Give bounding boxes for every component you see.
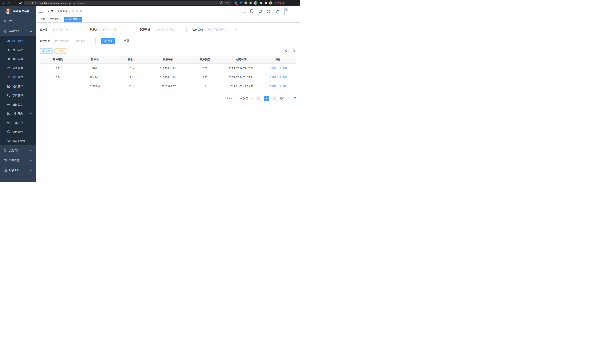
export-button[interactable]: 导出: [54, 48, 67, 54]
browser-back-icon[interactable]: [1, 0, 6, 5]
cell-contact: 秃头: [113, 73, 150, 82]
url-text[interactable]: dashboard.yudao.iocoder.cn/system/tenant: [40, 2, 86, 4]
goto-page-input[interactable]: [286, 96, 292, 101]
browser-menu-kebab-icon[interactable]: [284, 0, 289, 5]
toggle-search-button[interactable]: [284, 48, 289, 54]
not-secure-label[interactable]: 不安全: [29, 1, 36, 5]
sidebar-item-online-users[interactable]: 在线用户: [0, 118, 36, 127]
search-button[interactable]: 搜索: [101, 38, 115, 44]
add-button[interactable]: 新增: [40, 48, 53, 54]
refresh-table-button[interactable]: [291, 48, 296, 54]
sidebar-item-label: 支付管理: [9, 149, 19, 152]
avatar-broken-image[interactable]: [284, 7, 292, 15]
sidebar-item-errcode[interactable]: 错误码管理: [0, 136, 36, 145]
mobile-input[interactable]: [153, 27, 187, 33]
extensions-puzzle-icon[interactable]: [264, 1, 268, 5]
sidebar-item-notice[interactable]: 通知公告: [0, 100, 36, 109]
reset-button[interactable]: 重置: [118, 38, 132, 44]
sidebar-logo-row[interactable]: 芋道管理系统: [0, 6, 36, 16]
sidebar-item-role[interactable]: 角色管理: [0, 55, 36, 64]
share-icon[interactable]: [219, 0, 224, 5]
sidebar-item-pay[interactable]: 支付管理: [0, 145, 36, 156]
cell-status: 关闭: [187, 64, 223, 73]
sidebar-item-user[interactable]: 用户管理: [0, 46, 36, 55]
edit-link[interactable]: 修改: [269, 84, 276, 88]
create-time-range-picker[interactable]: 开始日期 - 结束日期: [53, 38, 95, 44]
breadcrumb-home[interactable]: 首页: [48, 9, 53, 13]
cell-tenant-id: 107: [40, 73, 76, 82]
sidebar-item-menu[interactable]: 菜单管理: [0, 64, 36, 73]
sidebar-item-dict[interactable]: 字典管理: [0, 91, 36, 100]
sidebar-item-audit-log[interactable]: 审计日志: [0, 109, 36, 118]
tenant-name-input[interactable]: [51, 27, 84, 33]
extension-command-icon[interactable]: ⌘: [244, 1, 247, 5]
create-time-label: 创建时间: [40, 39, 50, 42]
next-page-button[interactable]: [272, 96, 277, 101]
edit-link[interactable]: 修改: [269, 66, 276, 70]
browser-update-button[interactable]: 更新: [275, 1, 284, 5]
extension-tabs-icon[interactable]: 10: [234, 1, 237, 5]
filter-row-1: 租户名 联系人 联系手机 租户状态 请选择租户状态: [40, 27, 296, 33]
sidebar-item-label: 在线用户: [12, 121, 23, 124]
tag-tenant-active[interactable]: 租户管理 ✕: [64, 17, 82, 22]
extension-v-icon[interactable]: V: [254, 1, 258, 5]
cell-actions: 修改删除: [260, 64, 296, 73]
sidebar: 芋道管理系统 首页 系统管理: [0, 6, 36, 182]
start-date-placeholder[interactable]: 开始日期: [59, 39, 69, 42]
app-title: 芋道管理系统: [13, 9, 30, 13]
delete-link[interactable]: 删除: [279, 84, 287, 88]
edit-link[interactable]: 修改: [269, 75, 276, 79]
prev-page-button[interactable]: [256, 96, 262, 101]
address-bar[interactable]: 不安全 dashboard.yudao.iocoder.cn/system/te…: [24, 1, 232, 5]
font-size-icon[interactable]: TT: [275, 9, 279, 13]
breadcrumb-system[interactable]: 系统管理: [57, 9, 67, 13]
calendar-icon: [55, 39, 58, 42]
close-icon[interactable]: ✕: [78, 18, 80, 21]
sidebar-item-dept[interactable]: 部门管理: [0, 73, 36, 82]
search-icon[interactable]: [241, 9, 245, 13]
tag-home[interactable]: 首页: [39, 17, 47, 22]
user-icon: [7, 48, 10, 52]
sidebar-item-devtools[interactable]: 研发工具: [0, 166, 36, 176]
sidebar-item-sms[interactable]: 短信管理: [0, 127, 36, 136]
browser-forward-icon[interactable]: [7, 0, 12, 5]
fullscreen-icon[interactable]: [267, 9, 271, 13]
end-date-placeholder[interactable]: 结束日期: [75, 39, 85, 42]
sidebar-item-post[interactable]: 岗位管理: [0, 82, 36, 91]
help-icon[interactable]: ?: [258, 9, 262, 13]
github-icon[interactable]: [250, 9, 253, 13]
cell-status: 开启: [187, 82, 223, 91]
col-tenant-id: 租户编号: [40, 56, 76, 64]
status-select[interactable]: 请选择租户状态: [206, 27, 239, 33]
tag-dept[interactable]: 部门管理 ✕: [48, 17, 63, 22]
profile-avatar-icon[interactable]: [269, 1, 272, 5]
bookmark-star-icon[interactable]: [225, 0, 230, 5]
not-secure-warning-icon[interactable]: [26, 2, 28, 4]
contact-input[interactable]: [101, 27, 134, 33]
dashboard-icon: [4, 20, 7, 23]
extension-dot-icon[interactable]: [249, 1, 253, 5]
sidebar-item-home[interactable]: 首页: [0, 16, 36, 26]
sidebar-item-infra[interactable]: 基础设施: [0, 156, 36, 166]
extension-grammar-icon[interactable]: [259, 1, 262, 5]
avatar-caret-down-icon[interactable]: [294, 10, 296, 12]
delete-link[interactable]: 删除: [279, 75, 287, 79]
chevron-down-icon: [30, 149, 32, 152]
browser-reload-icon[interactable]: [13, 0, 18, 5]
user-avatar-wrap[interactable]: [284, 7, 296, 15]
col-actions: 操作: [260, 56, 296, 64]
date-separator: -: [71, 39, 74, 42]
browser-home-icon[interactable]: [18, 0, 23, 5]
table-row: 1 芋道源码 芋艿 17321315478 开启 2021-01-05 17:0…: [40, 82, 296, 91]
sidebar-item-system[interactable]: 系统管理: [0, 26, 36, 36]
extension-kite-icon[interactable]: [239, 1, 243, 5]
sidebar-item-tenant[interactable]: 租户管理: [0, 36, 36, 46]
delete-link[interactable]: 删除: [279, 66, 287, 70]
close-icon[interactable]: ✕: [60, 18, 61, 21]
cell-contact: 测试: [113, 64, 150, 73]
status-label: 租户状态: [192, 28, 203, 31]
current-page[interactable]: 1: [264, 96, 269, 101]
url-divider: [38, 2, 38, 4]
sidebar-collapse-icon[interactable]: [39, 10, 43, 13]
page-size-select[interactable]: 10条/页: [236, 96, 254, 101]
